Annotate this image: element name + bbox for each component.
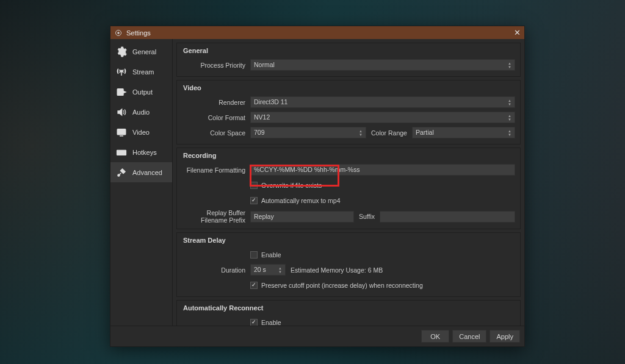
- sidebar-item-audio[interactable]: Audio: [110, 102, 172, 122]
- replay-suffix-input[interactable]: [380, 211, 515, 223]
- section-title: Recording: [183, 152, 515, 159]
- sidebar-item-video[interactable]: Video: [110, 122, 172, 142]
- process-priority-combo[interactable]: Normal ▲▼: [250, 59, 515, 71]
- section-title: Stream Delay: [183, 237, 515, 244]
- auto-remux-checkbox[interactable]: Automatically remux to mp4: [250, 197, 341, 204]
- checkbox-icon: [250, 282, 258, 289]
- color-format-label: Color Format: [182, 114, 250, 121]
- sidebar-item-label: Stream: [132, 68, 154, 76]
- sidebar-item-output[interactable]: Output: [110, 82, 172, 102]
- sidebar-item-stream[interactable]: Stream: [110, 62, 172, 82]
- sidebar-item-label: Advanced: [132, 169, 162, 176]
- sidebar-item-label: Hotkeys: [132, 149, 157, 156]
- spinner-icon: ▲▼: [506, 113, 513, 122]
- section-title: General: [183, 47, 515, 54]
- section-title: Video: [183, 84, 515, 91]
- preserve-cutoff-checkbox[interactable]: Preserve cutoff point (increase delay) w…: [250, 282, 423, 289]
- tools-icon: [115, 166, 128, 179]
- speaker-icon: [115, 106, 128, 118]
- process-priority-label: Process Priority: [182, 62, 250, 69]
- titlebar[interactable]: Settings ✕: [110, 26, 524, 39]
- checkbox-icon: [250, 251, 258, 259]
- sidebar-item-label: General: [132, 48, 156, 55]
- checkbox-icon: [250, 319, 258, 326]
- sidebar-item-label: Output: [132, 88, 153, 96]
- spinner-icon: ▲▼: [357, 128, 364, 137]
- replay-suffix-label: Suffix: [354, 213, 380, 220]
- memory-usage-label: Estimated Memory Usage: 6 MB: [286, 266, 388, 274]
- renderer-combo[interactable]: Direct3D 11 ▲▼: [250, 96, 515, 108]
- stream-delay-enable-checkbox[interactable]: Enable: [250, 251, 281, 259]
- color-format-combo[interactable]: NV12 ▲▼: [250, 112, 515, 123]
- cancel-button[interactable]: Cancel: [452, 330, 486, 343]
- combo-value: Partial: [416, 127, 434, 138]
- auto-reconnect-section: Automatically Reconnect Enable Retry Del…: [176, 300, 521, 326]
- combo-value: 709: [254, 127, 265, 138]
- filename-formatting-label: Filename Formatting: [182, 166, 250, 174]
- combo-value: Normal: [254, 60, 275, 70]
- keyboard-icon: [115, 146, 128, 159]
- monitor-icon: [115, 126, 128, 138]
- duration-spinner[interactable]: 20 s ▲▼: [250, 264, 286, 276]
- checkbox-label: Enable: [261, 319, 281, 326]
- svg-point-14: [118, 174, 120, 176]
- checkbox-label: Automatically remux to mp4: [261, 197, 341, 204]
- overwrite-checkbox[interactable]: Overwrite if file exists: [250, 182, 322, 189]
- sidebar: General Stream Output Audio Video Hotkey…: [110, 39, 173, 326]
- window-title: Settings: [126, 29, 151, 37]
- sidebar-item-label: Video: [132, 129, 150, 136]
- general-section: General Process Priority Normal ▲▼: [176, 43, 521, 77]
- checkbox-label: Overwrite if file exists: [261, 182, 322, 189]
- sidebar-item-label: Audio: [132, 109, 150, 116]
- output-icon: [115, 86, 128, 98]
- obs-icon: [114, 29, 123, 37]
- svg-point-1: [118, 32, 120, 34]
- sidebar-item-hotkeys[interactable]: Hotkeys: [110, 142, 172, 162]
- recording-section: Recording Filename Formatting %CCYY-%MM-…: [176, 148, 521, 229]
- settings-window: Settings ✕ General Stream Output Audio: [110, 26, 525, 347]
- replay-prefix-input[interactable]: Replay: [250, 211, 354, 223]
- color-space-combo[interactable]: 709 ▲▼: [250, 127, 366, 138]
- spinner-icon: ▲▼: [506, 60, 513, 70]
- spinner-value: 20 s: [254, 265, 266, 275]
- combo-value: NV12: [254, 112, 270, 123]
- antenna-icon: [115, 66, 128, 78]
- checkbox-icon: [250, 182, 258, 189]
- ok-button[interactable]: OK: [421, 330, 449, 343]
- field-value: Replay: [254, 212, 274, 222]
- sidebar-item-advanced[interactable]: Advanced: [110, 162, 172, 182]
- checkbox-icon: [250, 197, 258, 204]
- combo-value: Direct3D 11: [254, 97, 287, 107]
- section-title: Automatically Reconnect: [183, 304, 515, 312]
- checkbox-label: Preserve cutoff point (increase delay) w…: [261, 282, 423, 289]
- close-icon[interactable]: ✕: [514, 29, 521, 37]
- video-section: Video Renderer Direct3D 11 ▲▼ Color Form…: [176, 80, 521, 145]
- apply-button[interactable]: Apply: [490, 330, 520, 343]
- field-value: %CCYY-%MM-%DD %hh-%mm-%ss: [254, 165, 359, 175]
- sidebar-item-general[interactable]: General: [110, 41, 172, 62]
- gear-icon: [115, 46, 128, 58]
- renderer-label: Renderer: [182, 99, 250, 106]
- duration-label: Duration: [182, 266, 250, 274]
- auto-reconnect-enable-checkbox[interactable]: Enable: [250, 319, 281, 326]
- replay-prefix-label: Replay Buffer Filename Prefix: [182, 209, 250, 224]
- svg-rect-4: [117, 88, 123, 95]
- spinner-icon: ▲▼: [276, 265, 284, 274]
- filename-formatting-input[interactable]: %CCYY-%MM-%DD %hh-%mm-%ss: [250, 164, 515, 176]
- color-range-combo[interactable]: Partial ▲▼: [412, 127, 515, 138]
- svg-rect-7: [117, 150, 126, 155]
- color-space-label: Color Space: [182, 129, 250, 137]
- svg-rect-5: [117, 129, 126, 134]
- color-range-label: Color Range: [366, 129, 412, 137]
- dialog-footer: OK Cancel Apply: [110, 326, 524, 346]
- spinner-icon: ▲▼: [506, 98, 513, 107]
- checkbox-label: Enable: [261, 251, 281, 259]
- settings-content: General Process Priority Normal ▲▼ Video…: [173, 39, 524, 326]
- stream-delay-section: Stream Delay Enable Duration 20 s ▲▼ Est…: [176, 232, 521, 297]
- spinner-icon: ▲▼: [506, 128, 513, 137]
